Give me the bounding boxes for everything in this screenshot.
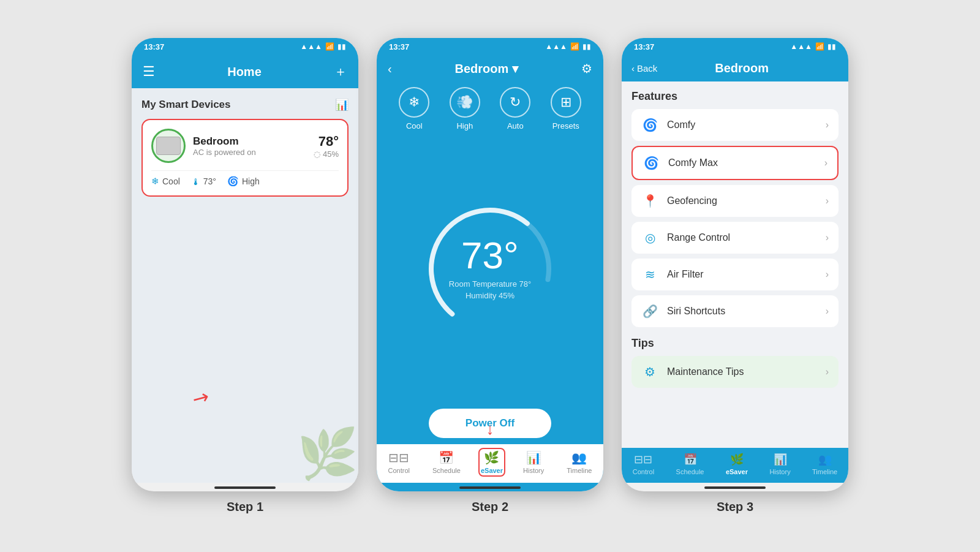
mode-high[interactable]: 💨 High: [450, 87, 480, 130]
comfy-max-icon: 🌀: [643, 156, 660, 170]
back-chevron-3: ‹: [631, 63, 635, 74]
feature-range-control[interactable]: ◎ Range Control ›: [631, 222, 839, 254]
nav3-schedule-label: Schedule: [676, 468, 704, 475]
humidity-label: Humidity 45%: [449, 290, 531, 302]
screen2-body: ‹ Bedroom ▾ ⚙ ❄ Cool 💨 High: [377, 55, 603, 491]
maintenance-icon: ⚙: [641, 365, 658, 379]
device-fan-speed: High: [242, 176, 260, 186]
battery-icon-3: ▮▮: [827, 42, 836, 51]
nav3-control[interactable]: ⊟⊟ Control: [629, 452, 658, 477]
home-bar-2: [459, 486, 521, 489]
thermometer-icon: 🌡: [191, 176, 200, 187]
screen3-header: ‹ Back Bedroom: [622, 55, 848, 81]
wifi-icon: 📶: [325, 42, 334, 51]
nav3-schedule[interactable]: 📅 Schedule: [673, 452, 708, 477]
phone-screen3: 13:37 ▲▲▲ 📶 ▮▮ ‹ Back Bedroom Features: [622, 38, 848, 491]
nav3-esaver[interactable]: 🌿 eSaver: [722, 452, 752, 477]
snowflake-icon: ❄: [151, 176, 159, 187]
status-time-3: 13:37: [634, 42, 654, 51]
presets-icon: ⊞: [551, 87, 581, 118]
nav3-history-label: History: [769, 468, 790, 475]
nav-esaver-2[interactable]: 🌿 eSaver: [478, 448, 505, 477]
add-icon[interactable]: ＋: [334, 62, 347, 81]
thermostat-thumbnail: [156, 137, 181, 155]
timeline-icon-2: 👥: [571, 450, 587, 465]
nav3-control-icon: ⊟⊟: [634, 453, 652, 466]
device-set-temp: 73°: [203, 176, 216, 186]
signal-icon: ▲▲▲: [300, 42, 322, 51]
cool-icon: ❄: [399, 87, 429, 118]
range-control-arrow: ›: [826, 232, 829, 243]
device-card[interactable]: Bedroom AC is powered on 78° ◌ 45% ❄ Coo…: [141, 119, 349, 197]
device-mode: Cool: [162, 176, 180, 186]
thermostat-center: 73° Room Temperature 78° Humidity 45%: [449, 236, 531, 302]
step3-label: Step 3: [717, 500, 753, 514]
maintenance-tips-item[interactable]: ⚙ Maintenance Tips ›: [631, 356, 839, 388]
status-icons-2: ▲▲▲ 📶 ▮▮: [545, 42, 591, 51]
device-status: AC is powered on: [193, 148, 306, 157]
nav-control-2[interactable]: ⊟⊟ Control: [383, 448, 415, 477]
esaver-label-2: eSaver: [481, 467, 503, 474]
back-button-3[interactable]: ‹ Back: [631, 63, 657, 74]
settings-icon-2[interactable]: ⚙: [581, 61, 592, 76]
geofencing-arrow: ›: [826, 195, 829, 206]
device-info: Bedroom AC is powered on: [193, 135, 306, 157]
tips-heading: Tips: [631, 337, 839, 350]
esaver-icon-2: 🌿: [484, 450, 499, 465]
history-label-2: History: [523, 467, 544, 474]
battery-icon-2: ▮▮: [582, 42, 591, 51]
range-control-icon: ◎: [641, 230, 658, 245]
nav3-timeline[interactable]: 👥 Timeline: [809, 452, 841, 477]
siri-icon: 🔗: [641, 304, 658, 319]
mode-cool[interactable]: ❄ Cool: [399, 87, 429, 130]
device-name: Bedroom: [193, 135, 306, 148]
features-heading: Features: [631, 90, 839, 103]
auto-label: Auto: [507, 121, 524, 130]
mode-presets[interactable]: ⊞ Presets: [551, 87, 581, 130]
device-avatar: [151, 129, 186, 163]
arrow-down-annotation: ↓: [486, 420, 494, 439]
nav-timeline-2[interactable]: 👥 Timeline: [562, 448, 597, 477]
mode-auto[interactable]: ↻ Auto: [500, 87, 530, 130]
high-label: High: [456, 121, 473, 130]
nav3-schedule-icon: 📅: [684, 453, 697, 466]
nav-history-2[interactable]: 📊 History: [518, 448, 549, 477]
screen1-wrapper: 13:37 ▲▲▲ 📶 ▮▮ ☰ Home ＋ My Smart Devices…: [132, 38, 358, 514]
screen1-title: Home: [227, 65, 262, 79]
status-icons-1: ▲▲▲ 📶 ▮▮: [300, 42, 346, 51]
nav3-timeline-icon: 👥: [818, 453, 832, 466]
screen1-header: ☰ Home ＋: [132, 55, 358, 88]
feature-comfy-max[interactable]: 🌀 Comfy Max › ↖: [631, 146, 839, 180]
feature-comfy[interactable]: 🌀 Comfy ›: [631, 109, 839, 141]
feature-geofencing[interactable]: 📍 Geofencing ›: [631, 185, 839, 217]
thermostat-ring: 73° Room Temperature 78° Humidity 45%: [423, 202, 557, 336]
step1-label: Step 1: [227, 500, 263, 514]
menu-icon[interactable]: ☰: [143, 64, 155, 80]
home-bar-1: [214, 486, 276, 489]
feature-siri-shortcuts[interactable]: 🔗 Siri Shortcuts ›: [631, 295, 839, 327]
device-fan-stat: 🌀 High: [227, 176, 260, 187]
chart-icon[interactable]: 📊: [335, 98, 349, 112]
nav3-history[interactable]: 📊 History: [766, 452, 794, 477]
signal-icon-2: ▲▲▲: [545, 42, 567, 51]
device-mode-stat: ❄ Cool: [151, 176, 180, 187]
feature-air-filter[interactable]: ≋ Air Filter ›: [631, 259, 839, 290]
back-icon-2[interactable]: ‹: [388, 62, 392, 76]
leaf-decoration-1: 🌿: [297, 425, 358, 483]
control-label-2: Control: [388, 467, 410, 474]
dropdown-icon[interactable]: ▾: [512, 61, 518, 76]
maintenance-tips-arrow: ›: [826, 366, 829, 377]
maintenance-tips-label: Maintenance Tips: [667, 366, 817, 377]
comfy-icon: 🌀: [641, 118, 658, 132]
status-time-2: 13:37: [389, 42, 409, 51]
nav-schedule-2[interactable]: 📅 Schedule: [428, 448, 466, 477]
history-icon-2: 📊: [526, 450, 541, 465]
phone-screen2: 13:37 ▲▲▲ 📶 ▮▮ ‹ Bedroom ▾ ⚙: [377, 38, 603, 491]
device-temp-stat: 🌡 73°: [191, 176, 216, 187]
screen3-title: Bedroom: [663, 61, 820, 75]
screen3-wrapper: 13:37 ▲▲▲ 📶 ▮▮ ‹ Back Bedroom Features: [622, 38, 848, 514]
air-filter-label: Air Filter: [667, 269, 817, 280]
phone-screen1: 13:37 ▲▲▲ 📶 ▮▮ ☰ Home ＋ My Smart Devices…: [132, 38, 358, 491]
fan-icon: 🌀: [227, 176, 239, 187]
siri-shortcuts-label: Siri Shortcuts: [667, 306, 817, 317]
